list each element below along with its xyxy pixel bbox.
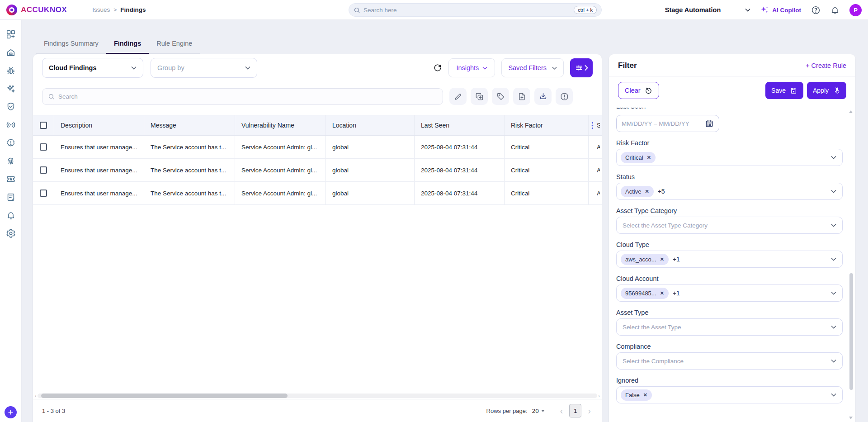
tab-findings[interactable]: Findings: [106, 35, 149, 54]
date-range-field[interactable]: [622, 120, 701, 127]
notifications-bell-icon[interactable]: [3, 206, 19, 224]
inventory-home-icon[interactable]: [3, 43, 19, 62]
filter-chip: 95699485...✕: [621, 288, 669, 299]
create-ticket-button[interactable]: [513, 88, 530, 105]
brand-logo[interactable]: ACCUKNOX: [6, 5, 67, 15]
copy-plus-icon: [475, 92, 484, 101]
column-header-risk-factor[interactable]: Risk Factor: [504, 115, 588, 135]
tenant-selector[interactable]: Stage Automation: [665, 6, 751, 14]
global-search-input[interactable]: [363, 7, 571, 14]
column-options-kebab-icon[interactable]: [591, 122, 594, 129]
row-checkbox[interactable]: [40, 190, 47, 197]
reports-icon[interactable]: [3, 188, 19, 206]
alerts-badge-icon[interactable]: [3, 134, 19, 152]
cell-description: Ensures that user manage...: [54, 159, 144, 181]
clear-filters-button[interactable]: Clear: [618, 82, 659, 99]
last-seen-date-range-input[interactable]: [616, 115, 719, 132]
horizontal-scrollbar-track[interactable]: [38, 394, 598, 398]
side-navigation: [0, 20, 22, 422]
scroll-right-arrow-icon[interactable]: ›: [598, 394, 600, 398]
duplicate-button[interactable]: [471, 88, 488, 105]
column-header-message[interactable]: Message: [144, 115, 235, 135]
current-page-button[interactable]: 1: [569, 404, 581, 417]
issues-bug-icon[interactable]: [3, 62, 19, 80]
remove-chip-icon[interactable]: ✕: [660, 290, 664, 296]
help-button[interactable]: [811, 5, 821, 15]
column-header-description[interactable]: Description: [54, 115, 144, 135]
notifications-button[interactable]: [830, 5, 840, 15]
create-rule-link[interactable]: + Create Rule: [806, 62, 846, 69]
alert-octagon-icon: [560, 92, 569, 101]
info-alert-button[interactable]: [556, 88, 573, 105]
column-header-location[interactable]: Location: [326, 115, 414, 135]
caret-down-icon: [541, 410, 545, 412]
clipped-cell: A: [597, 167, 600, 174]
remove-chip-icon[interactable]: ✕: [645, 189, 649, 194]
tab-findings-summary[interactable]: Findings Summary: [36, 35, 106, 54]
remove-chip-icon[interactable]: ✕: [647, 155, 651, 161]
save-filter-button[interactable]: Save: [765, 82, 803, 99]
remove-chip-icon[interactable]: ✕: [643, 392, 647, 398]
apply-filter-button[interactable]: Apply: [807, 82, 846, 99]
scroll-up-arrow-icon[interactable]: [849, 110, 853, 113]
user-avatar[interactable]: P: [849, 4, 862, 16]
row-checkbox[interactable]: [40, 143, 47, 151]
chevron-down-icon: [831, 393, 836, 397]
table-search-input[interactable]: [58, 93, 437, 100]
tab-rule-engine[interactable]: Rule Engine: [149, 35, 200, 54]
tag-button[interactable]: [492, 88, 509, 105]
chevron-down-icon: [831, 190, 836, 193]
global-search[interactable]: ctrl + k: [349, 3, 602, 17]
filter-scroll-area[interactable]: Last Seen Risk Factor Critical✕ Status A…: [609, 105, 855, 422]
calendar-icon[interactable]: [705, 119, 714, 128]
asset-type-select[interactable]: Select the Asset Type: [616, 318, 843, 336]
ai-sparkles-icon[interactable]: [3, 80, 19, 98]
column-header-vulnerability[interactable]: Vulnerability Name: [235, 115, 326, 135]
previous-page-button[interactable]: ‹: [558, 406, 565, 415]
row-checkbox[interactable]: [40, 166, 47, 174]
select-all-checkbox[interactable]: [40, 122, 47, 129]
identity-fingerprint-icon[interactable]: [3, 152, 19, 170]
filter-scrollbar-thumb[interactable]: [849, 273, 853, 390]
scroll-down-arrow-icon[interactable]: [849, 417, 853, 419]
accuknox-logo-icon: [6, 5, 17, 15]
saved-filters-button[interactable]: Saved Filters: [501, 58, 564, 77]
cell-message: The Service account has t...: [144, 159, 235, 181]
table-search[interactable]: [42, 88, 443, 105]
status-select[interactable]: Active✕ +5: [616, 183, 843, 200]
compliance-select[interactable]: Select the Compliance: [616, 352, 843, 370]
cloud-account-select[interactable]: 95699485...✕ +1: [616, 284, 843, 302]
settings-gear-icon[interactable]: [3, 224, 19, 242]
scroll-left-arrow-icon[interactable]: ‹: [35, 394, 37, 398]
risk-factor-select[interactable]: Critical✕: [616, 149, 843, 166]
rows-per-page-select[interactable]: 20: [532, 408, 545, 414]
table-row[interactable]: Ensures that user manage... The Service …: [33, 182, 602, 205]
filter-panel-toggle-button[interactable]: [570, 58, 593, 77]
remove-chip-icon[interactable]: ✕: [660, 256, 664, 262]
table-row[interactable]: Ensures that user manage... The Service …: [33, 136, 602, 159]
clipped-column-header: S: [597, 122, 600, 129]
runtime-signal-icon[interactable]: [3, 116, 19, 134]
breadcrumb-parent[interactable]: Issues: [92, 6, 110, 13]
filter-chip: Critical✕: [621, 152, 656, 163]
compliance-shield-icon[interactable]: [3, 98, 19, 116]
asset-type-category-select[interactable]: Select the Asset Type Category: [616, 217, 843, 234]
dashboard-icon[interactable]: [3, 25, 19, 43]
next-page-button[interactable]: ›: [586, 406, 593, 415]
horizontal-scrollbar[interactable]: ‹ ›: [35, 393, 600, 399]
insights-button[interactable]: Insights: [448, 58, 495, 77]
column-header-last-seen[interactable]: Last Seen: [414, 115, 504, 135]
edit-button[interactable]: [449, 88, 467, 105]
ai-copilot-button[interactable]: AI Copilot: [760, 6, 801, 14]
horizontal-scrollbar-thumb[interactable]: [41, 394, 288, 398]
group-by-select[interactable]: Group by: [151, 58, 257, 78]
download-button[interactable]: [534, 88, 552, 105]
add-button[interactable]: [5, 406, 17, 418]
ignored-select[interactable]: False✕: [616, 386, 843, 403]
finding-type-select[interactable]: Cloud Findings: [42, 58, 143, 78]
pagination-bar: 1 - 3 of 3 Rows per page: 20 ‹ 1 ›: [33, 399, 602, 422]
refresh-button[interactable]: [433, 63, 442, 72]
cloud-type-select[interactable]: aws_acco...✕ +1: [616, 251, 843, 268]
tickets-icon[interactable]: [3, 170, 19, 188]
table-row[interactable]: Ensures that user manage... The Service …: [33, 159, 602, 182]
